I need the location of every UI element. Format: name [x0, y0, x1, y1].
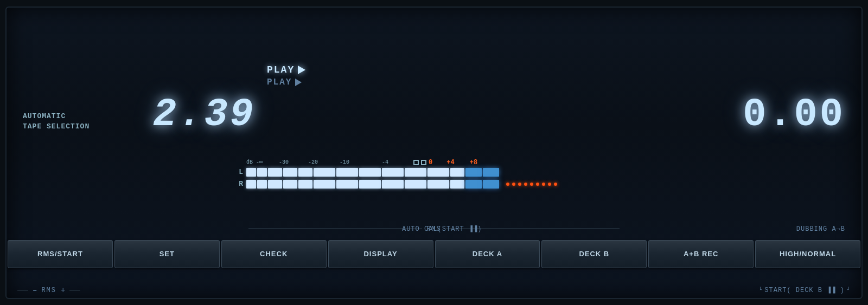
rms-start-button[interactable]: RMS/START: [8, 240, 113, 268]
start-deck-b-label: └ START( DECK B ▐▐ ) ┘: [758, 287, 851, 294]
display-area: AUTOMATIC TAPE SELECTION 2.39 PLAY PLAY …: [7, 8, 861, 235]
vu-channel-r: R: [234, 180, 695, 189]
bottom-rms-area: – RMS +: [17, 286, 80, 295]
auto-cal-label: AUTO CAL(START ▐▐): [402, 225, 482, 233]
vu-bar-l: [246, 168, 695, 177]
play-indicator-1: PLAY: [267, 64, 305, 75]
vu-meter-area: dB -∞ -30 -20 -10 -4 0 +4 +8 L: [234, 159, 695, 192]
ab-rec-button[interactable]: A+B REC: [648, 240, 754, 268]
display-button[interactable]: DISPLAY: [328, 240, 433, 268]
bottom-rms-text: RMS: [41, 287, 56, 294]
play-triangle-icon: [298, 66, 305, 74]
center-display: PLAY PLAY: [267, 64, 305, 87]
channel-r-label: R: [234, 180, 243, 188]
deck-b-button[interactable]: DECK B: [541, 240, 647, 268]
vu-bar-r: [246, 180, 695, 189]
play-triangle-dim-icon: [295, 79, 302, 86]
set-button[interactable]: SET: [114, 240, 220, 268]
counter-right: 0.00: [743, 92, 845, 137]
auto-tape-label: AUTOMATIC TAPE SELECTION: [23, 111, 90, 132]
dubbing-label: DUBBING A→B: [796, 225, 845, 233]
bottom-rms-line-left: [17, 290, 28, 290]
counter-left: 2.39: [153, 92, 256, 137]
rms-line-left: [248, 229, 422, 229]
device-panel: AUTOMATIC TAPE SELECTION 2.39 PLAY PLAY …: [5, 7, 863, 299]
rms-minus: –: [33, 286, 37, 295]
bottom-rms-line-right: [69, 290, 80, 290]
deck-a-button[interactable]: DECK A: [435, 240, 540, 268]
button-row: RMS/START SET CHECK DISPLAY DECK A DECK …: [7, 240, 861, 268]
vu-channel-l: L: [234, 168, 695, 177]
bottom-row: – RMS + └ START( DECK B ▐▐ ) ┘: [7, 286, 861, 295]
play-indicator-2: PLAY: [267, 77, 305, 87]
rms-plus: +: [61, 286, 65, 295]
vu-scale-row: dB -∞ -30 -20 -10 -4 0 +4 +8: [234, 159, 695, 166]
check-button[interactable]: CHECK: [221, 240, 327, 268]
orange-dots-r: [506, 183, 558, 186]
high-normal-button[interactable]: HIGH/NORMAL: [755, 240, 860, 268]
channel-l-label: L: [234, 168, 243, 176]
